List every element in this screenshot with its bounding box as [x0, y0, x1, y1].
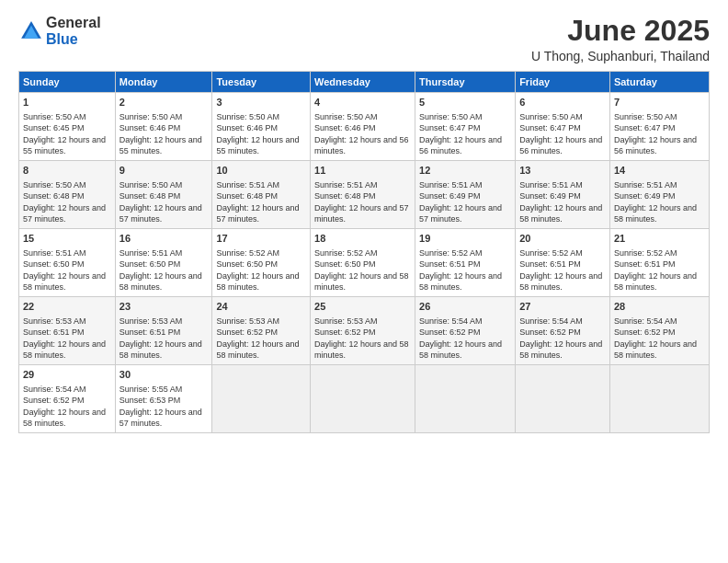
day-number: 13: [519, 164, 606, 178]
sunset-text: Sunset: 6:52 PM: [23, 396, 85, 405]
week-row-3: 22Sunrise: 5:53 AMSunset: 6:51 PMDayligh…: [19, 297, 710, 365]
day-number: 16: [119, 232, 209, 246]
table-row: 29Sunrise: 5:54 AMSunset: 6:52 PMDayligh…: [19, 365, 116, 433]
daylight-text: Daylight: 12 hours and 56 minutes.: [614, 135, 697, 156]
header-row: Sunday Monday Tuesday Wednesday Thursday…: [19, 72, 710, 93]
day-number: 30: [119, 368, 209, 382]
daylight-text: Daylight: 12 hours and 58 minutes.: [419, 339, 502, 361]
table-row: 4Sunrise: 5:50 AMSunset: 6:46 PMDaylight…: [311, 93, 415, 161]
daylight-text: Daylight: 12 hours and 58 minutes.: [23, 339, 106, 361]
sunset-text: Sunset: 6:47 PM: [614, 123, 676, 132]
sunrise-text: Sunrise: 5:50 AM: [519, 112, 583, 121]
col-monday: Monday: [115, 72, 212, 93]
table-row: 28Sunrise: 5:54 AMSunset: 6:52 PMDayligh…: [609, 297, 709, 365]
logo-general: General: [46, 15, 101, 31]
day-number: 9: [119, 164, 209, 178]
sunset-text: Sunset: 6:48 PM: [23, 191, 85, 201]
col-sunday: Sunday: [19, 72, 116, 93]
sunrise-text: Sunrise: 5:54 AM: [419, 316, 483, 326]
table-row: 25Sunrise: 5:53 AMSunset: 6:52 PMDayligh…: [311, 297, 415, 365]
sunrise-text: Sunrise: 5:50 AM: [614, 112, 677, 121]
week-row-4: 29Sunrise: 5:54 AMSunset: 6:52 PMDayligh…: [19, 365, 710, 433]
sunrise-text: Sunrise: 5:52 AM: [314, 248, 378, 258]
sunset-text: Sunset: 6:45 PM: [23, 123, 85, 132]
sunrise-text: Sunrise: 5:51 AM: [314, 180, 378, 190]
sunset-text: Sunset: 6:51 PM: [419, 259, 481, 269]
sunset-text: Sunset: 6:52 PM: [216, 327, 278, 337]
daylight-text: Daylight: 12 hours and 58 minutes.: [23, 271, 106, 293]
daylight-text: Daylight: 12 hours and 57 minutes.: [119, 408, 202, 429]
daylight-text: Daylight: 12 hours and 55 minutes.: [119, 135, 202, 156]
sunrise-text: Sunrise: 5:50 AM: [314, 112, 378, 121]
sunset-text: Sunset: 6:50 PM: [216, 259, 278, 269]
calendar-table: Sunday Monday Tuesday Wednesday Thursday…: [18, 71, 710, 433]
daylight-text: Daylight: 12 hours and 58 minutes.: [519, 203, 602, 224]
day-number: 10: [216, 164, 306, 178]
daylight-text: Daylight: 12 hours and 58 minutes.: [614, 203, 697, 224]
table-row: 16Sunrise: 5:51 AMSunset: 6:50 PMDayligh…: [115, 229, 212, 297]
sunset-text: Sunset: 6:46 PM: [119, 123, 181, 132]
day-number: 2: [119, 96, 209, 109]
sunrise-text: Sunrise: 5:50 AM: [419, 112, 483, 121]
sunset-text: Sunset: 6:48 PM: [119, 191, 181, 201]
daylight-text: Daylight: 12 hours and 58 minutes.: [119, 339, 202, 361]
sunrise-text: Sunrise: 5:52 AM: [614, 248, 677, 258]
day-number: 12: [419, 164, 511, 178]
sunset-text: Sunset: 6:47 PM: [519, 123, 581, 132]
sunset-text: Sunset: 6:48 PM: [314, 191, 376, 201]
day-number: 1: [23, 96, 111, 109]
day-number: 24: [216, 300, 306, 314]
logo-blue: Blue: [46, 31, 101, 48]
week-row-2: 15Sunrise: 5:51 AMSunset: 6:50 PMDayligh…: [19, 229, 710, 297]
col-friday: Friday: [516, 72, 610, 93]
table-row: 22Sunrise: 5:53 AMSunset: 6:51 PMDayligh…: [19, 297, 116, 365]
daylight-text: Daylight: 12 hours and 58 minutes.: [216, 271, 299, 293]
sunrise-text: Sunrise: 5:52 AM: [216, 248, 279, 258]
table-row: 24Sunrise: 5:53 AMSunset: 6:52 PMDayligh…: [212, 297, 311, 365]
table-row: 13Sunrise: 5:51 AMSunset: 6:49 PMDayligh…: [516, 161, 610, 229]
logo: General Blue: [18, 15, 101, 47]
daylight-text: Daylight: 12 hours and 58 minutes.: [314, 271, 409, 293]
day-number: 22: [23, 300, 111, 314]
sunset-text: Sunset: 6:51 PM: [614, 259, 676, 269]
day-number: 6: [519, 96, 606, 109]
sunrise-text: Sunrise: 5:51 AM: [119, 248, 183, 258]
col-saturday: Saturday: [609, 72, 709, 93]
table-row: [212, 365, 311, 433]
sunrise-text: Sunrise: 5:51 AM: [614, 180, 677, 190]
sunset-text: Sunset: 6:52 PM: [519, 327, 581, 337]
sunrise-text: Sunrise: 5:53 AM: [119, 316, 183, 326]
sunset-text: Sunset: 6:52 PM: [419, 327, 481, 337]
week-row-0: 1Sunrise: 5:50 AMSunset: 6:45 PMDaylight…: [19, 93, 710, 161]
table-row: 10Sunrise: 5:51 AMSunset: 6:48 PMDayligh…: [212, 161, 311, 229]
page: General Blue June 2025 U Thong, Suphanbu…: [0, 0, 728, 563]
day-number: 15: [23, 232, 111, 246]
table-row: [415, 365, 516, 433]
day-number: 28: [614, 300, 705, 314]
sunset-text: Sunset: 6:48 PM: [216, 191, 278, 201]
sunrise-text: Sunrise: 5:51 AM: [519, 180, 583, 190]
daylight-text: Daylight: 12 hours and 55 minutes.: [23, 135, 106, 156]
table-row: 30Sunrise: 5:55 AMSunset: 6:53 PMDayligh…: [115, 365, 212, 433]
daylight-text: Daylight: 12 hours and 57 minutes.: [314, 203, 409, 224]
day-number: 4: [314, 96, 411, 109]
sunset-text: Sunset: 6:51 PM: [23, 327, 85, 337]
sunset-text: Sunset: 6:52 PM: [314, 327, 376, 337]
table-row: 26Sunrise: 5:54 AMSunset: 6:52 PMDayligh…: [415, 297, 516, 365]
daylight-text: Daylight: 12 hours and 56 minutes.: [419, 135, 502, 156]
sunset-text: Sunset: 6:50 PM: [119, 259, 181, 269]
table-row: 20Sunrise: 5:52 AMSunset: 6:51 PMDayligh…: [516, 229, 610, 297]
table-row: 8Sunrise: 5:50 AMSunset: 6:48 PMDaylight…: [19, 161, 116, 229]
day-number: 18: [314, 232, 411, 246]
day-number: 29: [23, 368, 111, 382]
table-row: 27Sunrise: 5:54 AMSunset: 6:52 PMDayligh…: [516, 297, 610, 365]
sunset-text: Sunset: 6:46 PM: [314, 123, 376, 132]
sunrise-text: Sunrise: 5:51 AM: [419, 180, 483, 190]
daylight-text: Daylight: 12 hours and 58 minutes.: [519, 271, 602, 293]
sunset-text: Sunset: 6:51 PM: [519, 259, 581, 269]
sunset-text: Sunset: 6:50 PM: [314, 259, 376, 269]
table-row: 5Sunrise: 5:50 AMSunset: 6:47 PMDaylight…: [415, 93, 516, 161]
daylight-text: Daylight: 12 hours and 58 minutes.: [314, 339, 409, 361]
day-number: 7: [614, 96, 705, 109]
sunrise-text: Sunrise: 5:52 AM: [519, 248, 583, 258]
